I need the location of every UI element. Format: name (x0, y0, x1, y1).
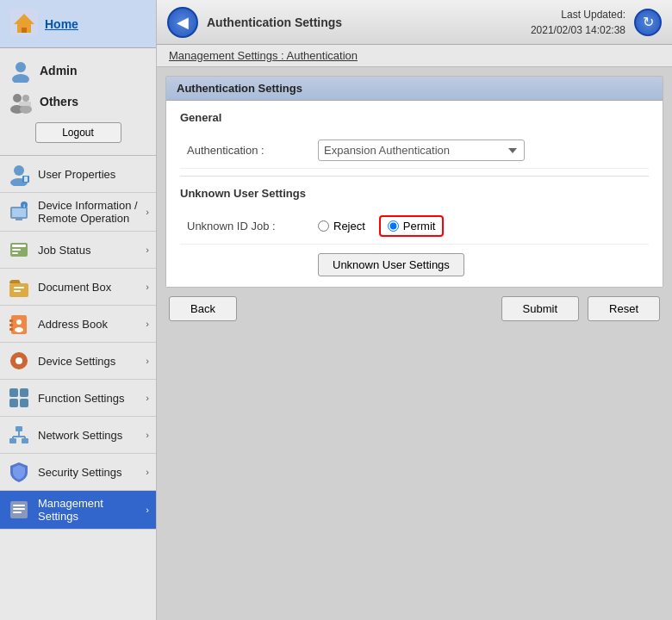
radio-group: Reject Permit (318, 215, 649, 237)
sidebar-item-job-status[interactable]: Job Status › (0, 232, 156, 269)
security-settings-icon (7, 460, 31, 484)
svg-rect-24 (12, 252, 18, 254)
sidebar: Home Admin Others Logout (0, 0, 157, 620)
svg-point-4 (12, 74, 29, 83)
reject-radio[interactable] (318, 220, 329, 232)
bottom-buttons: Back Submit Reset (165, 288, 663, 325)
svg-rect-39 (24, 360, 28, 362)
others-row: Others (9, 86, 147, 117)
svg-rect-31 (9, 328, 13, 331)
device-info-label: Device Information / Remote Operation (38, 199, 139, 225)
management-settings-icon (7, 498, 31, 522)
action-buttons: Submit Reset (501, 296, 660, 321)
svg-rect-46 (22, 438, 28, 443)
user-properties-label: User Properties (38, 168, 149, 181)
sidebar-item-device-information[interactable]: i Device Information / Remote Operation … (0, 193, 156, 232)
others-label: Others (40, 95, 78, 108)
svg-point-3 (16, 62, 26, 72)
svg-rect-52 (13, 505, 25, 506)
svg-rect-29 (9, 319, 13, 322)
unknown-user-settings-button[interactable]: Unknown User Settings (318, 253, 464, 276)
function-settings-label: Function Settings (38, 392, 139, 405)
sidebar-item-management-settings[interactable]: Management Settings › (0, 491, 156, 530)
document-box-icon (7, 275, 31, 299)
sidebar-admin-section: Admin Others Logout (0, 48, 156, 156)
svg-rect-53 (13, 508, 25, 510)
refresh-button[interactable]: ↻ (634, 9, 662, 36)
svg-rect-37 (18, 366, 20, 369)
svg-rect-9 (19, 102, 31, 106)
network-settings-arrow: › (146, 430, 149, 440)
address-book-icon (7, 312, 31, 336)
user-properties-icon (7, 162, 31, 186)
network-settings-label: Network Settings (38, 429, 139, 442)
svg-rect-45 (9, 438, 16, 443)
admin-icon (9, 59, 33, 83)
svg-point-33 (15, 327, 23, 332)
sidebar-item-device-settings[interactable]: Device Settings › (0, 343, 156, 380)
svg-point-32 (16, 319, 22, 325)
unknown-id-job-row: Unknown ID Job : Reject Permit (180, 208, 649, 245)
main-content: ◀ Authentication Settings Last Updated: … (157, 0, 672, 620)
unknown-id-job-label: Unknown ID Job : (180, 220, 318, 232)
sidebar-nav: User Properties i Device Information / R… (0, 156, 156, 620)
back-nav-button[interactable]: ◀ (167, 7, 198, 38)
job-status-label: Job Status (38, 244, 139, 257)
svg-rect-17 (12, 208, 26, 217)
svg-rect-41 (20, 388, 28, 397)
reject-option[interactable]: Reject (318, 220, 365, 232)
sidebar-home[interactable]: Home (0, 0, 156, 48)
sidebar-item-network-settings[interactable]: Network Settings › (0, 417, 156, 454)
settings-panel-header: Authentication Settings (166, 77, 663, 101)
settings-panel: Authentication Settings General Authenti… (165, 76, 663, 288)
function-settings-icon (7, 386, 31, 410)
device-info-arrow: › (146, 207, 149, 217)
breadcrumb: Management Settings : Authentication (157, 45, 672, 67)
security-settings-arrow: › (146, 467, 149, 477)
svg-rect-43 (20, 399, 28, 407)
submit-button[interactable]: Submit (501, 296, 579, 321)
sidebar-item-document-box[interactable]: Document Box › (0, 269, 156, 306)
permit-radio[interactable] (388, 220, 399, 232)
svg-rect-36 (18, 352, 20, 356)
unknown-id-job-value: Reject Permit (318, 215, 649, 237)
device-settings-arrow: › (146, 356, 149, 366)
timestamp-value: 2021/02/03 14:02:38 (531, 22, 625, 38)
auth-dropdown[interactable]: Expansion Authentication (318, 140, 525, 161)
svg-point-5 (13, 94, 22, 102)
svg-rect-40 (9, 388, 18, 397)
admin-row: Admin (9, 55, 147, 86)
address-book-label: Address Book (38, 318, 139, 331)
network-settings-icon (7, 423, 31, 447)
sidebar-item-address-book[interactable]: Address Book › (0, 306, 156, 343)
svg-rect-38 (10, 360, 14, 362)
logout-button[interactable]: Logout (35, 122, 121, 143)
address-book-arrow: › (146, 319, 149, 329)
authentication-field-row: Authentication : Expansion Authenticatio… (180, 133, 649, 169)
home-link[interactable]: Home (45, 17, 78, 31)
last-updated-label: Last Updated: (531, 7, 625, 22)
back-button[interactable]: Back (169, 296, 237, 321)
device-settings-label: Device Settings (38, 355, 139, 368)
svg-rect-30 (9, 324, 13, 326)
topbar-timestamp: Last Updated: 2021/02/03 14:02:38 (531, 7, 625, 38)
management-settings-label: Management Settings (38, 497, 139, 523)
svg-rect-26 (14, 287, 24, 288)
divider (180, 176, 649, 177)
general-section-title: General (180, 111, 649, 124)
device-settings-icon (7, 349, 31, 373)
sidebar-item-function-settings[interactable]: Function Settings › (0, 380, 156, 417)
reset-button[interactable]: Reset (588, 296, 660, 321)
sidebar-item-user-properties[interactable]: User Properties (0, 156, 156, 193)
permit-option[interactable]: Permit (379, 215, 445, 237)
function-settings-arrow: › (146, 393, 149, 403)
auth-field-value: Expansion Authentication (318, 140, 649, 161)
svg-rect-27 (14, 290, 21, 292)
svg-rect-54 (13, 512, 22, 513)
settings-panel-body: General Authentication : Expansion Authe… (166, 101, 663, 287)
svg-rect-22 (12, 245, 26, 247)
security-settings-label: Security Settings (38, 466, 139, 479)
home-icon (10, 9, 38, 39)
sidebar-item-security-settings[interactable]: Security Settings › (0, 454, 156, 491)
svg-point-6 (22, 95, 29, 102)
